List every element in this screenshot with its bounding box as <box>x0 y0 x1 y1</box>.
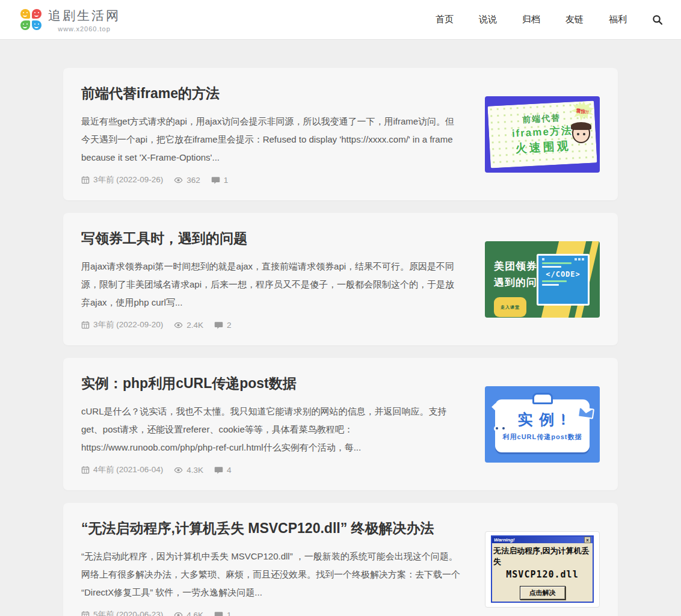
post-excerpt: cURL是什么？说实话，我也不太懂。我只知道它能请求别的网站的信息，并返回响应。… <box>81 402 462 457</box>
cartoon-face-icon <box>572 124 590 143</box>
post-title-link[interactable]: “无法启动程序,计算机丢失 MSVCP120.dll” 终极解决办法 <box>81 519 462 538</box>
post-views: 2.4K <box>174 321 203 330</box>
post-meta: 4年前 (2021-06-04) 4.3K 4 <box>81 464 462 475</box>
calendar-icon <box>81 176 90 184</box>
warning-dialog-art: Warning! x 无法启动程序,因为计算机丢失 MSVCP120.dll 点… <box>491 535 594 603</box>
post-date: 4年前 (2021-06-04) <box>81 464 163 475</box>
calendar-icon <box>81 321 90 329</box>
eye-icon <box>174 176 183 185</box>
code-window-icon: </CODE> <box>537 254 590 306</box>
eye-icon <box>174 611 183 616</box>
nav-item-links[interactable]: 友链 <box>565 14 584 25</box>
post-comments: 4 <box>214 466 232 475</box>
post-meta: 3年前 (2022-09-20) 2.4K 2 <box>81 319 462 330</box>
nav-item-welfare[interactable]: 福利 <box>609 14 627 25</box>
thumb-pill-label: 走入课堂 <box>494 297 526 317</box>
post-card: “无法启动程序,计算机丢失 MSVCP120.dll” 终极解决办法 “无法启动… <box>63 503 618 616</box>
post-card: 前端代替iframe的方法 最近有些get方式请求的api，用ajax访问会提示… <box>63 68 618 200</box>
main-nav: 首页 说说 归档 友链 福利 <box>436 14 663 25</box>
dialog-title: Warning! <box>494 537 515 543</box>
close-icon: x <box>584 537 591 543</box>
post-date: 5年前 (2020-06-23) <box>81 609 163 616</box>
post-title-link[interactable]: 实例：php利用cURL传递post数据 <box>81 374 462 393</box>
post-card: 实例：php利用cURL传递post数据 cURL是什么？说实话，我也不太懂。我… <box>63 358 618 490</box>
post-meta: 5年前 (2020-06-23) 4.6K 1 <box>81 609 462 616</box>
comment-icon <box>214 321 223 330</box>
post-meta: 3年前 (2022-09-26) 362 1 <box>81 174 462 185</box>
logo-smileys-icon <box>20 9 42 30</box>
post-excerpt: “无法启动此程序，因为计算机中丢失 MSVCP120.dll” ，一般新装的系统… <box>81 547 462 602</box>
nav-item-talks[interactable]: 说说 <box>479 14 497 25</box>
eye-icon <box>174 321 183 330</box>
post-title-link[interactable]: 前端代替iframe的方法 <box>81 84 462 103</box>
post-card: 写领券工具时，遇到的问题 用ajax请求领券api第一时间想到的就是ajax，直… <box>63 213 618 345</box>
nav-item-archive[interactable]: 归档 <box>522 14 540 25</box>
post-thumbnail[interactable]: Warning! x 无法启动程序,因为计算机丢失 MSVCP120.dll 点… <box>485 531 600 608</box>
post-comments: 1 <box>211 176 229 185</box>
thumbnail-art: 实 例 ! 利用cURL传递post数据 <box>495 399 590 452</box>
post-thumbnail[interactable]: 美团领券 遇到的问题 走入课堂 </CODE> <box>485 241 600 318</box>
comment-icon <box>214 466 223 475</box>
comment-icon <box>214 611 223 616</box>
post-views: 4.3K <box>174 466 203 475</box>
post-comments: 2 <box>214 321 232 330</box>
search-button[interactable] <box>652 14 663 25</box>
search-icon <box>652 14 663 25</box>
motion-lines <box>566 410 575 411</box>
site-url: www.x2060.top <box>58 25 111 32</box>
post-excerpt: 最近有些get方式请求的api，用ajax访问会提示非同源，所以我变通了一下，用… <box>81 112 462 167</box>
dialog-button: 点击解决 <box>520 586 565 600</box>
post-title-link[interactable]: 写领券工具时，遇到的问题 <box>81 229 462 248</box>
post-list: 前端代替iframe的方法 最近有些get方式请求的api，用ajax访问会提示… <box>63 68 618 616</box>
envelope-icon <box>578 407 594 419</box>
eye-icon <box>174 466 183 475</box>
site-name: 追剧生活网 <box>48 7 120 24</box>
nav-item-home[interactable]: 首页 <box>436 14 454 25</box>
post-thumbnail[interactable]: 前端代替 iframe方法 火速围观 震惊!! <box>485 96 600 173</box>
calendar-icon <box>81 611 90 616</box>
post-thumbnail[interactable]: 实 例 ! 利用cURL传递post数据 <box>485 386 600 463</box>
comment-icon <box>211 176 220 185</box>
post-comments: 1 <box>214 611 232 616</box>
site-logo[interactable]: 追剧生活网 www.x2060.top <box>20 7 120 32</box>
eyes-icon <box>494 426 499 431</box>
calendar-icon <box>81 466 90 474</box>
post-views: 362 <box>174 176 200 185</box>
post-date: 3年前 (2022-09-20) <box>81 319 163 330</box>
post-excerpt: 用ajax请求领券api第一时间想到的就是ajax，直接前端请求领券api，结果… <box>81 257 462 312</box>
post-views: 4.6K <box>174 611 203 616</box>
clipboard-clip-icon <box>532 393 553 404</box>
site-header: 追剧生活网 www.x2060.top 首页 说说 归档 友链 福利 <box>0 0 681 40</box>
post-date: 3年前 (2022-09-26) <box>81 174 163 185</box>
